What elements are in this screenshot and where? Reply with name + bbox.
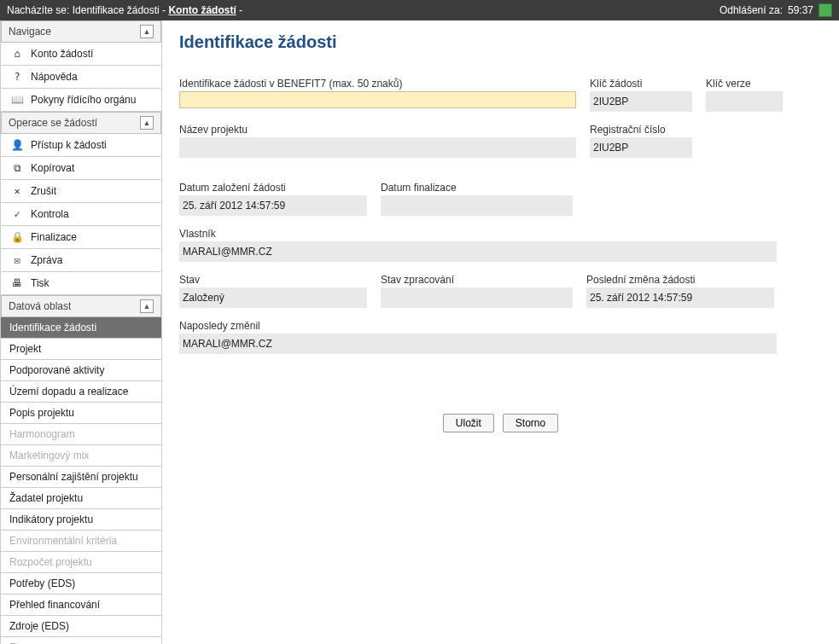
nav-icon: ⌂: [10, 48, 24, 60]
nav-icon: ?: [10, 71, 24, 83]
lastby-label: Naposledy změnil: [179, 320, 777, 332]
nav-label: Nápověda: [31, 71, 78, 83]
main-content: Identifikace žádosti Identifikace žádost…: [162, 20, 839, 644]
nav-item[interactable]: 📖Pokyny řídícího orgánu: [1, 89, 161, 112]
ops-item[interactable]: 🖶Tisk: [1, 272, 161, 295]
nav-label: Konto žádostí: [31, 48, 93, 60]
data-area-item[interactable]: Přehled financování: [1, 595, 161, 616]
ops-item[interactable]: ⧉Kopírovat: [1, 157, 161, 180]
data-area-item[interactable]: Potřeby (EDS): [1, 573, 161, 595]
logout-timer: Odhlášení za: 59:37: [720, 0, 832, 20]
data-header-label: Datová oblast: [9, 300, 71, 312]
created-value: 25. září 2012 14:57:59: [179, 195, 367, 216]
ops-label: Kopírovat: [31, 162, 74, 174]
data-area-item[interactable]: Personální zajištění projektu: [1, 467, 161, 488]
last-label: Poslední změna žádosti: [586, 274, 774, 286]
breadcrumb: Nacházíte se: Identifikace žádosti - Kon…: [7, 0, 242, 20]
data-area-item[interactable]: Identifikace žádosti: [1, 317, 161, 339]
owner-label: Vlastník: [179, 228, 777, 240]
key-label: Klíč žádosti: [590, 78, 692, 90]
ops-icon: ✕: [10, 185, 24, 197]
last-value: 25. září 2012 14:57:59: [586, 287, 774, 308]
page-title: Identifikace žádosti: [179, 32, 822, 52]
final-label: Datum finalizace: [381, 182, 573, 194]
data-area-item: Rozpočet projektu: [1, 552, 161, 573]
nav-item[interactable]: ⌂Konto žádostí: [1, 43, 161, 66]
sidebar: Navigace ▲ ⌂Konto žádostí?Nápověda📖Pokyn…: [0, 20, 162, 644]
name-label: Název projektu: [179, 124, 576, 136]
chevron-up-icon[interactable]: ▲: [140, 25, 154, 38]
chevron-up-icon[interactable]: ▲: [140, 116, 154, 130]
ver-value: [706, 91, 783, 112]
ops-icon: ✓: [10, 208, 24, 220]
data-area-item[interactable]: Indikátory projektu: [1, 509, 161, 531]
created-label: Datum založení žádosti: [179, 182, 367, 194]
proc-label: Stav zpracování: [381, 274, 573, 286]
owner-value: MARALI@MMR.CZ: [179, 241, 777, 262]
ops-header[interactable]: Operace se žádostí ▲: [1, 112, 161, 134]
cancel-button[interactable]: Storno: [503, 414, 558, 432]
data-area-item[interactable]: Podporované aktivity: [1, 360, 161, 381]
logout-time: 59:37: [788, 0, 813, 20]
ops-icon: ⧉: [10, 162, 24, 174]
nav-label: Pokyny řídícího orgánu: [31, 94, 136, 106]
data-area-item: Harmonogram: [1, 424, 161, 445]
topbar: Nacházíte se: Identifikace žádosti - Kon…: [0, 0, 839, 20]
state-value: Založený: [179, 287, 367, 308]
ops-item[interactable]: ✕Zrušit: [1, 180, 161, 203]
data-area-item: Environmentální kritéria: [1, 531, 161, 552]
data-header[interactable]: Datová oblast ▲: [1, 295, 161, 317]
breadcrumb-suffix: -: [236, 4, 242, 16]
ops-label: Tisk: [31, 277, 50, 289]
data-area-item[interactable]: Popis projektu: [1, 403, 161, 424]
ops-label: Kontrola: [31, 208, 69, 220]
ops-header-label: Operace se žádostí: [9, 117, 97, 129]
logout-label: Odhlášení za:: [720, 0, 783, 20]
ops-item[interactable]: ✉Zpráva: [1, 249, 161, 272]
ident-label: Identifikace žádosti v BENEFIT7 (max. 50…: [179, 78, 576, 90]
nav-item[interactable]: ?Nápověda: [1, 66, 161, 89]
reg-value: 2IU2BP: [590, 137, 692, 158]
status-indicator-icon: [819, 3, 832, 17]
key-value: 2IU2BP: [590, 91, 692, 112]
ops-icon: 🔒: [10, 231, 24, 243]
data-area-item[interactable]: Území dopadu a realizace: [1, 381, 161, 403]
ident-input[interactable]: [179, 91, 576, 108]
data-area-item: Etapy: [1, 637, 161, 644]
data-area-item: Marketingový mix: [1, 445, 161, 467]
ops-icon: ✉: [10, 254, 24, 266]
ops-icon: 🖶: [10, 277, 24, 289]
reg-label: Registrační číslo: [590, 124, 692, 136]
ops-label: Finalizace: [31, 231, 77, 243]
ops-icon: 👤: [10, 139, 24, 151]
lastby-value: MARALI@MMR.CZ: [179, 334, 777, 354]
chevron-up-icon[interactable]: ▲: [140, 299, 154, 313]
ops-item[interactable]: 👤Přístup k žádosti: [1, 134, 161, 157]
state-label: Stav: [179, 274, 367, 286]
nav-header-label: Navigace: [9, 26, 51, 38]
breadcrumb-prefix: Nacházíte se: Identifikace žádosti -: [7, 4, 168, 16]
ver-label: Klíč verze: [706, 78, 783, 90]
save-button[interactable]: Uložit: [443, 414, 494, 432]
data-area-item[interactable]: Žadatel projektu: [1, 488, 161, 509]
nav-icon: 📖: [10, 94, 24, 106]
data-area-item[interactable]: Zdroje (EDS): [1, 616, 161, 637]
nav-header[interactable]: Navigace ▲: [1, 20, 161, 43]
final-value: [381, 195, 573, 216]
ops-label: Zpráva: [31, 254, 62, 266]
ops-label: Přístup k žádosti: [31, 139, 107, 151]
proc-value: [381, 287, 573, 308]
breadcrumb-link[interactable]: Konto žádostí: [168, 4, 236, 16]
ops-item[interactable]: 🔒Finalizace: [1, 226, 161, 249]
data-area-item[interactable]: Projekt: [1, 339, 161, 360]
ops-label: Zrušit: [31, 185, 56, 197]
name-value: [179, 137, 576, 158]
ops-item[interactable]: ✓Kontrola: [1, 203, 161, 226]
